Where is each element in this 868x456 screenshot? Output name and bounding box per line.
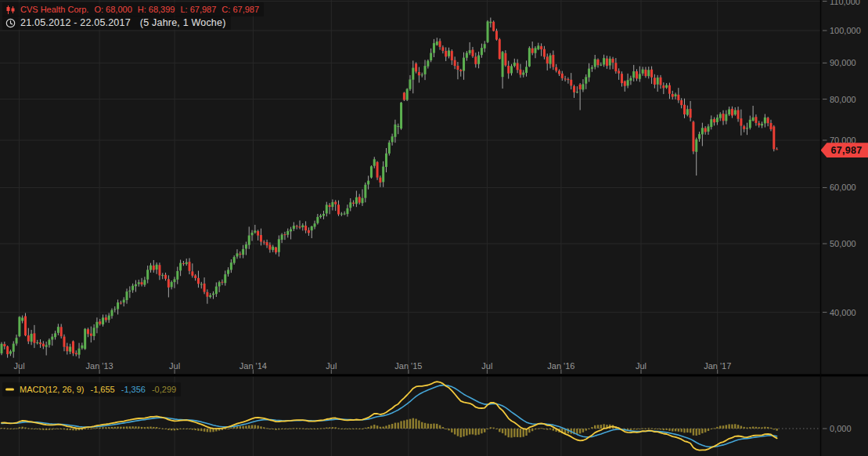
macd-hist-bar (693, 429, 694, 436)
candle-body (90, 334, 92, 336)
macd-hist-bar (335, 427, 337, 429)
candle-body (510, 66, 513, 73)
candle-body (123, 300, 125, 303)
candle-body (644, 70, 646, 76)
candle-body (1, 344, 3, 353)
macd-hist-bar (123, 427, 124, 429)
candle-body (245, 244, 247, 248)
macd-hist-bar (87, 429, 88, 429)
candle-body (588, 69, 590, 78)
macd-hist-bar (776, 429, 777, 431)
macd-hist-bar (761, 427, 762, 429)
macd-hist-bar (672, 429, 673, 432)
price-tick-label: 80,000 (830, 95, 856, 104)
candle-body (263, 242, 265, 243)
candle-body (627, 80, 629, 85)
instrument-legend[interactable]: CVS Health Corp. O: 68,000 H: 68,399 L: … (2, 2, 264, 16)
macd-hist-bar (102, 427, 103, 429)
candle-body (728, 110, 730, 115)
candle-body (373, 159, 376, 165)
macd-hist-bar (179, 429, 181, 429)
candle-body (654, 78, 656, 85)
candle-body (218, 282, 221, 286)
candle-body (552, 55, 554, 67)
candle-body (72, 342, 74, 353)
candle-body (558, 71, 560, 74)
candle-body (672, 94, 674, 97)
macd-hist-bar (502, 429, 503, 433)
last-price-value: 67,987 (831, 145, 863, 156)
candle-body (63, 337, 66, 347)
candle-body (161, 275, 164, 276)
macd-hist-bar (582, 429, 584, 432)
candle-body (290, 230, 292, 232)
candle-body (251, 233, 254, 235)
timeframe: (5 Jahre, 1 Woche) (140, 17, 226, 28)
price-tick-label: 50,000 (830, 239, 856, 248)
macd-hist-bar (645, 429, 646, 429)
macd-hist-bar (164, 429, 166, 429)
candle-body (397, 126, 399, 127)
macd-hist-bar (648, 428, 650, 429)
candle-body (725, 114, 727, 121)
candle-body (636, 71, 638, 78)
candle-body (579, 85, 582, 89)
macd-hist-bar (63, 429, 65, 429)
macd-legend[interactable]: MACD(12, 26, 9) -1,655 -1,356 -0,299 (2, 382, 181, 396)
macd-hist-bar (642, 429, 643, 429)
macd-hist-bar (254, 425, 256, 429)
candle-body (84, 329, 86, 349)
macd-hist-bar (403, 421, 405, 429)
macd-signal-value: -1,356 (121, 384, 146, 395)
macd-hist-bar (472, 429, 474, 434)
symbol-name: CVS Health Corp. (20, 4, 88, 15)
candle-body (230, 262, 232, 270)
macd-hist-bar (484, 429, 485, 432)
macd-hist-bar (657, 429, 658, 429)
macd-hist-bar (546, 429, 548, 429)
candle-body (102, 317, 104, 324)
time-tick-label: Jul (636, 361, 646, 371)
candle-body (546, 56, 549, 63)
macd-hist-bar (382, 427, 384, 429)
candle-body (675, 94, 677, 96)
macd-hist-bar (734, 424, 736, 429)
macd-hist-bar (755, 427, 757, 429)
macd-hist-bar (251, 425, 253, 429)
macd-hist-bar (355, 429, 357, 429)
macd-hist-bar (448, 429, 449, 430)
candle-body (128, 291, 131, 291)
macd-hist-bar (90, 429, 92, 429)
macd-hist-bar (728, 424, 729, 429)
macd-hist-bar (680, 429, 682, 432)
macd-hist-bar (376, 425, 378, 429)
macd-hist-bar (373, 425, 375, 429)
candle-body (489, 22, 492, 24)
price-tick-label: 90,000 (830, 58, 856, 67)
candle-body (221, 282, 223, 283)
candle-body (677, 95, 679, 100)
macd-hist-bar (499, 429, 500, 432)
macd-hist-bar (75, 429, 77, 430)
low-value: L: 67,987 (180, 4, 216, 15)
macd-hist-bar (200, 429, 202, 431)
macd-hist-bar (347, 429, 348, 429)
candle-body (215, 287, 218, 295)
macd-hist-bar (365, 428, 366, 429)
candle-body (66, 346, 68, 351)
candle-body (394, 125, 396, 137)
candle-body (471, 50, 474, 56)
candle-body (683, 105, 686, 114)
candle-body (45, 345, 48, 346)
candle-body (158, 265, 160, 275)
candle-body (454, 60, 456, 66)
macd-hist-bar (230, 428, 232, 429)
macd-hist-bar (13, 429, 14, 429)
candle-body (316, 217, 319, 223)
macd-hist-bar (713, 428, 715, 429)
candle-body (441, 47, 444, 51)
candle-body (16, 338, 18, 343)
candle-body (33, 333, 35, 342)
icon-shape (12, 8, 15, 11)
macd-hist-bar (272, 429, 274, 429)
